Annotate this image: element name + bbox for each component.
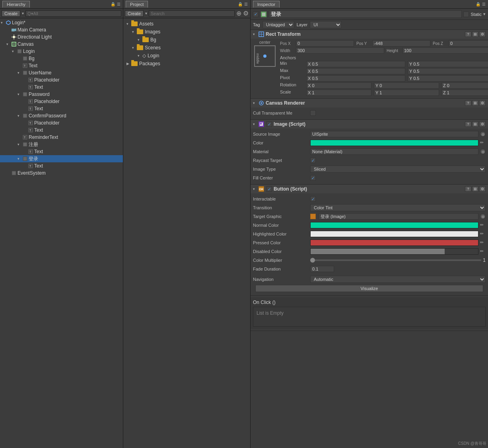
object-name-input[interactable]	[269, 10, 462, 18]
disabled-color-bar[interactable]	[310, 248, 478, 255]
scale-y-input[interactable]	[374, 90, 439, 96]
image-script-header[interactable]: ▾ ✓ Image (Script) ? ⊞ ⚙	[251, 120, 488, 129]
hierarchy-item-text1[interactable]: TText	[0, 62, 123, 69]
target-graphic-select-btn[interactable]: ◎	[480, 214, 486, 219]
project-create-button[interactable]: Create	[125, 10, 144, 17]
hierarchy-menu-icon[interactable]: ☰	[117, 2, 121, 6]
image-layout-icon[interactable]: ⊞	[472, 121, 478, 127]
cull-checkbox[interactable]	[310, 110, 316, 116]
hierarchy-item-placeholder1[interactable]: TPlaceholder	[0, 76, 123, 84]
button-enabled-checkbox[interactable]: ✓	[266, 186, 272, 192]
hierarchy-item-text3[interactable]: TText	[0, 105, 123, 112]
hierarchy-item-text5[interactable]: TText	[0, 148, 123, 155]
width-input[interactable]	[296, 47, 384, 54]
project-item-images[interactable]: ▾Images	[125, 28, 249, 36]
image-enabled-checkbox[interactable]: ✓	[266, 121, 272, 127]
fade-input[interactable]	[310, 266, 334, 272]
button-script-header[interactable]: ▾ OK ✓ Button (Script) ? ⊞ ⚙	[251, 185, 488, 193]
hierarchy-item-password[interactable]: ▾Password	[0, 91, 123, 98]
button-gear-icon[interactable]: ⚙	[479, 186, 486, 192]
hierarchy-item-canvas[interactable]: ▾Canvas	[0, 41, 123, 48]
source-image-select-btn[interactable]: ◎	[480, 131, 486, 137]
inspector-tab[interactable]: Inspector	[253, 1, 280, 8]
anchor-min-x-input[interactable]	[306, 61, 405, 67]
normal-color-pencil-icon[interactable]: ✏	[480, 222, 486, 228]
project-menu-icon[interactable]: ☰	[244, 2, 248, 6]
disabled-color-pencil-icon[interactable]: ✏	[480, 249, 486, 254]
normal-color-bar[interactable]	[310, 222, 478, 228]
project-item-login-scene[interactable]: ▾◇Login	[125, 52, 249, 60]
button-book-icon[interactable]: ?	[465, 186, 471, 192]
static-checkbox[interactable]	[463, 12, 469, 17]
button-layout-icon[interactable]: ⊞	[472, 186, 478, 192]
anchor-box[interactable]	[254, 45, 276, 67]
project-tab[interactable]: Project	[126, 1, 148, 8]
anchor-max-x-input[interactable]	[306, 68, 405, 74]
source-image-input[interactable]	[310, 131, 478, 137]
scale-x-input[interactable]	[306, 90, 371, 96]
hierarchy-item-eventsystem[interactable]: EventSystem	[0, 169, 123, 177]
hierarchy-item-login[interactable]: ▾Login	[0, 48, 123, 55]
rect-book-icon[interactable]: ?	[465, 31, 471, 37]
hierarchy-item-remindertext[interactable]: TReminderText	[0, 134, 123, 141]
rect-transform-header[interactable]: ▾ Rect Transform ? ⊞ ⚙	[251, 30, 488, 39]
object-active-checkbox[interactable]: ✓	[253, 12, 259, 17]
color-mult-slider[interactable]: 1	[310, 257, 486, 263]
image-book-icon[interactable]: ?	[465, 121, 471, 127]
hierarchy-item-confirmpassword[interactable]: ▾ConfirmPassword	[0, 112, 123, 119]
hierarchy-create-button[interactable]: Create	[2, 10, 20, 17]
project-search-input[interactable]	[149, 10, 235, 17]
tag-dropdown[interactable]: Untagged	[262, 21, 294, 28]
rect-layout-icon[interactable]: ⊞	[472, 31, 478, 37]
image-gear-icon[interactable]: ⚙	[479, 121, 486, 127]
canvas-renderer-header[interactable]: ▾ Canvas Renderer ? ⊞ ⚙	[251, 99, 488, 107]
hierarchy-item-register[interactable]: ▾注册	[0, 141, 123, 148]
target-graphic-input[interactable]	[319, 213, 478, 220]
static-dropdown-icon[interactable]: ▾	[483, 12, 486, 17]
rect-gear-icon[interactable]: ⚙	[479, 31, 486, 37]
pos-z-input[interactable]	[449, 40, 488, 47]
project-settings-icon[interactable]: ⚙	[243, 10, 249, 17]
hierarchy-search-input[interactable]	[25, 10, 121, 17]
inspector-lock-icon[interactable]: 🔒	[476, 2, 480, 6]
highlighted-color-bar[interactable]	[310, 231, 478, 237]
hierarchy-item-username[interactable]: ▾UserName	[0, 69, 123, 76]
hierarchy-item-directional-light[interactable]: Directional Light	[0, 33, 123, 41]
hierarchy-item-login-star[interactable]: ▾Login*	[0, 19, 123, 26]
project-item-bg-folder[interactable]: ▾Bg	[125, 36, 249, 44]
image-color-bar[interactable]	[310, 140, 478, 146]
transition-dropdown[interactable]: Color Tint	[310, 204, 486, 211]
hierarchy-item-bg[interactable]: Bg	[0, 55, 123, 62]
scale-z-input[interactable]	[441, 90, 488, 96]
hierarchy-item-text4[interactable]: TText	[0, 127, 123, 134]
image-type-dropdown[interactable]: Sliced	[310, 166, 486, 173]
hierarchy-item-denglu[interactable]: ▾登录	[0, 155, 123, 162]
image-color-pencil-icon[interactable]: ✏	[480, 140, 486, 146]
material-select-btn[interactable]: ◎	[480, 149, 486, 154]
visualize-button[interactable]: Visualize	[255, 285, 483, 292]
pivot-y-input[interactable]	[408, 75, 488, 82]
anchor-min-y-input[interactable]	[408, 61, 488, 67]
canvas-layout-icon[interactable]: ⊞	[472, 100, 478, 106]
project-item-assets[interactable]: ▾Assets	[125, 20, 249, 28]
project-add-icon[interactable]: ⊕	[236, 10, 241, 17]
project-item-scenes[interactable]: ▾Scenes	[125, 44, 249, 52]
hierarchy-tab[interactable]: Hierarchy	[2, 1, 30, 8]
hierarchy-item-main-camera[interactable]: Main Camera	[0, 26, 123, 33]
layer-dropdown[interactable]: UI	[310, 21, 342, 28]
hierarchy-item-placeholder3[interactable]: TPlaceholder	[0, 119, 123, 127]
highlighted-color-pencil-icon[interactable]: ✏	[480, 231, 486, 237]
project-lock-icon[interactable]: 🔒	[238, 2, 243, 6]
height-input[interactable]	[402, 47, 488, 54]
pressed-color-bar[interactable]	[310, 240, 478, 246]
pos-x-input[interactable]	[296, 40, 354, 47]
pivot-x-input[interactable]	[306, 75, 405, 82]
material-input[interactable]	[310, 148, 478, 155]
hierarchy-item-placeholder2[interactable]: TPlaceholder	[0, 98, 123, 105]
rot-y-input[interactable]	[374, 82, 439, 89]
project-item-packages[interactable]: ▶Packages	[125, 60, 249, 68]
canvas-gear-icon[interactable]: ⚙	[479, 100, 486, 106]
rot-z-input[interactable]	[441, 82, 488, 89]
fill-center-checkbox[interactable]: ✓	[310, 175, 316, 181]
canvas-book-icon[interactable]: ?	[465, 100, 471, 106]
